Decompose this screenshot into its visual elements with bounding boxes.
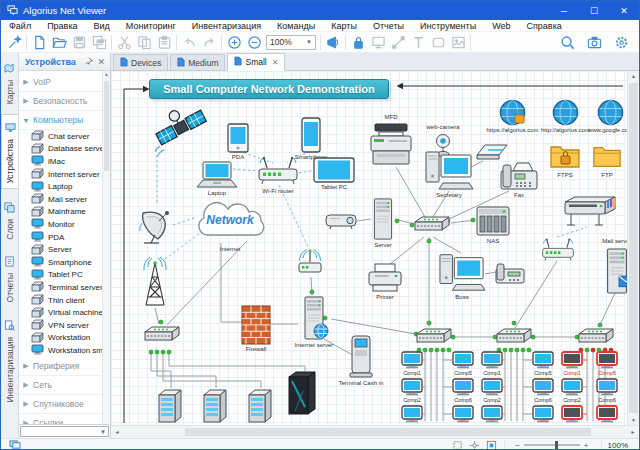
node-switch[interactable] (495, 327, 533, 349)
tree-group[interactable]: ▶Ссылки (19, 414, 110, 424)
node-comp5[interactable] (452, 351, 474, 369)
zoom-in-button[interactable] (224, 33, 244, 51)
tree-group[interactable]: ▶Сеть (19, 376, 110, 395)
node-comp6[interactable] (532, 378, 554, 396)
menu-item[interactable]: Правка (39, 20, 85, 32)
cut-button[interactable] (114, 33, 134, 51)
panel-tab-devices[interactable]: Устройства (1, 114, 18, 188)
node-printer[interactable] (367, 263, 403, 293)
node-satellite[interactable] (151, 101, 213, 157)
minimize-button[interactable]: ─ (549, 1, 579, 20)
undo-button[interactable] (179, 33, 199, 51)
menu-item[interactable]: Справка (518, 20, 569, 32)
menu-item[interactable]: Web (484, 20, 518, 32)
tree-group[interactable]: ▶VoIP (19, 73, 110, 92)
redo-button[interactable] (199, 33, 219, 51)
paste-button[interactable] (154, 33, 174, 51)
node-laptop[interactable] (195, 161, 239, 189)
tree-group[interactable]: ▶Спутниковое (19, 395, 110, 414)
node-switch[interactable] (413, 215, 451, 237)
node-comp1[interactable] (481, 351, 503, 369)
node-www-google-com[interactable] (597, 99, 624, 126)
menu-item[interactable]: Карты (323, 20, 365, 32)
scroll-right-icon[interactable]: ► (627, 426, 639, 438)
zoom-slider-knob[interactable] (555, 441, 558, 449)
menu-item[interactable]: Файл (1, 20, 39, 32)
scroll-up-icon[interactable]: ▲ (628, 71, 639, 81)
node-http-algorius-com[interactable] (552, 99, 579, 126)
node-switch[interactable] (415, 327, 453, 349)
panel-tab-maps[interactable]: Карты (1, 56, 18, 108)
node-comp7[interactable] (532, 405, 554, 423)
menu-item[interactable]: Вид (86, 20, 118, 32)
map-canvas[interactable]: Comp1Comp2Comp3Comp5Comp6Comp7Comp1Comp2… (111, 71, 639, 425)
node-comp2[interactable] (401, 378, 423, 396)
node-rack[interactable] (247, 389, 277, 425)
node-terminal-cash-in[interactable] (349, 335, 373, 379)
draw-shape-button[interactable] (428, 33, 448, 51)
node-wi-fi-router[interactable] (257, 155, 299, 187)
node-switch[interactable] (143, 325, 181, 347)
fit-selection-button[interactable] (486, 440, 497, 450)
menu-item[interactable]: Инвентаризация (184, 20, 269, 32)
node-comp7[interactable] (452, 405, 474, 423)
save-all-button[interactable] (89, 33, 109, 51)
maximize-button[interactable]: ☐ (579, 1, 609, 20)
lock-button[interactable] (348, 33, 368, 51)
close-button[interactable]: ✕ (609, 1, 639, 20)
node-ap[interactable] (295, 247, 325, 277)
zoom-in-icon[interactable]: + (580, 441, 593, 450)
draw-text-button[interactable] (408, 33, 428, 51)
node-rack[interactable] (157, 389, 187, 425)
scroll-down-icon[interactable]: ▼ (628, 415, 639, 425)
zoom-out-icon[interactable]: − (511, 441, 524, 450)
search-button[interactable] (557, 33, 577, 51)
copy-button[interactable] (134, 33, 154, 51)
node-phone[interactable] (495, 261, 525, 285)
map-tab-small[interactable]: Small✕ (227, 53, 285, 71)
node-blackserver[interactable] (287, 371, 325, 425)
tree-item[interactable]: Workstation small (19, 344, 110, 357)
node-firewall[interactable] (241, 305, 271, 345)
node-secretary[interactable] (425, 149, 473, 191)
horizontal-scrollbar[interactable]: ◄ ► (111, 425, 639, 438)
fit-width-button[interactable] (469, 440, 480, 450)
map-tab-medium[interactable]: Medium (170, 54, 225, 70)
fit-page-button[interactable] (452, 440, 463, 450)
node-internet[interactable]: Network (191, 195, 269, 245)
node-comp3[interactable] (561, 405, 583, 423)
wand-button[interactable] (4, 33, 24, 51)
node-comp3[interactable] (481, 405, 503, 423)
node-ftp[interactable] (592, 143, 622, 171)
node-switch[interactable] (577, 327, 615, 349)
node-scanner[interactable] (475, 141, 509, 161)
announce-button[interactable] (323, 33, 343, 51)
node-comp6[interactable] (596, 378, 618, 396)
node-comp3[interactable] (401, 405, 423, 423)
monitor-button[interactable] (368, 33, 388, 51)
draw-line-button[interactable] (388, 33, 408, 51)
node-dish[interactable] (137, 207, 177, 247)
node-projector[interactable] (325, 211, 357, 231)
node-comp5[interactable] (596, 351, 618, 369)
settings-button[interactable] (611, 33, 631, 51)
node-comp2[interactable] (481, 378, 503, 396)
node-ftps[interactable] (549, 143, 581, 171)
scroll-left-icon[interactable]: ◄ (111, 426, 123, 438)
zoom-out-button[interactable] (244, 33, 264, 51)
menu-item[interactable]: Инструменты (412, 20, 484, 32)
node-internet-server[interactable] (297, 295, 331, 341)
menu-item[interactable]: Мониторинг (118, 20, 184, 32)
node-comp7[interactable] (596, 405, 618, 423)
tree-group[interactable]: ▶Безопасность (19, 92, 110, 111)
close-tab-icon[interactable]: ✕ (272, 58, 279, 67)
node-wifirouter[interactable] (541, 237, 575, 263)
node-server[interactable] (371, 197, 395, 241)
node-https-algorius-com[interactable] (499, 99, 526, 126)
tree-scrollbar[interactable]: ▲ (102, 71, 110, 424)
node-comp1[interactable] (401, 351, 423, 369)
node-comp2[interactable] (561, 378, 583, 396)
camera-button[interactable] (584, 33, 604, 51)
close-panel-icon[interactable]: ✕ (95, 57, 107, 67)
menu-item[interactable]: Отчеты (365, 20, 412, 32)
